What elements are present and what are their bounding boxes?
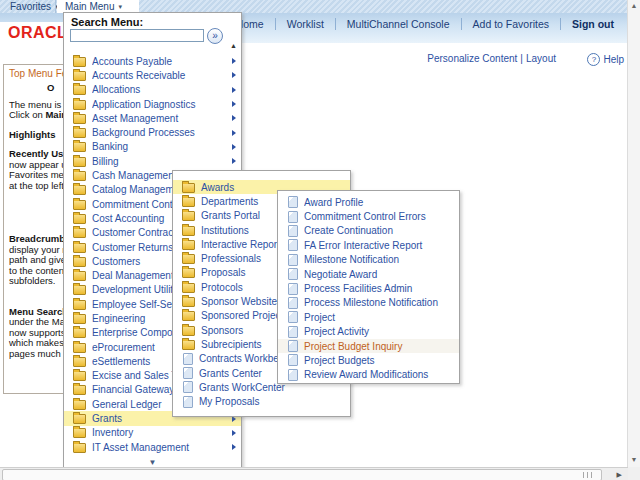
menu-item[interactable]: Review Award Modifications	[278, 368, 459, 382]
menu-item-label: Milestone Notification	[304, 254, 459, 265]
menu-item[interactable]: Inventory	[64, 426, 241, 440]
menu-item[interactable]: Accounts Receivable	[64, 68, 241, 82]
nav-link[interactable]: MultiChannel Console	[335, 18, 450, 30]
folder-icon	[73, 257, 86, 267]
grip-icon	[583, 472, 593, 478]
help-link[interactable]: Help	[603, 54, 624, 65]
nav-link[interactable]: Sign out	[560, 18, 614, 30]
folder-icon	[73, 400, 86, 410]
personalize-content-link[interactable]: Personalize Content	[427, 53, 517, 64]
submenu-arrow-icon	[232, 101, 236, 107]
folder-icon	[73, 385, 86, 395]
page-icon	[288, 268, 298, 280]
folder-icon	[73, 300, 86, 310]
page-icon	[183, 381, 193, 393]
menu-item-label: Process Milestone Notification	[304, 297, 459, 308]
content-text: now supports t	[9, 327, 71, 338]
content-text: at the top left.	[9, 180, 67, 191]
menu-item[interactable]: Application Diagnostics	[64, 97, 241, 111]
menu-item[interactable]: Negotiate Award	[278, 267, 459, 281]
menu-item[interactable]: Project	[278, 310, 459, 324]
submenu-arrow-icon	[232, 144, 236, 150]
content-text: Highlights	[9, 129, 55, 140]
menu-item[interactable]: Project Activity	[278, 325, 459, 339]
menu-item[interactable]: Background Processes	[64, 125, 241, 139]
menu-item[interactable]: Billing	[64, 154, 241, 168]
h-scroll-thumb[interactable]	[2, 469, 602, 480]
menu-item[interactable]: Project Budget Inquiry	[278, 339, 459, 353]
vertical-scrollbar[interactable]: ▲ ▼	[627, 0, 640, 467]
page-icon	[288, 254, 298, 266]
layout-link[interactable]: Layout	[526, 53, 556, 64]
menu-item-label: Application Diagnostics	[92, 99, 241, 110]
help-icon: ?	[587, 53, 600, 66]
menu-item[interactable]: Award Profile	[278, 195, 459, 209]
search-go-button[interactable]: »	[207, 28, 223, 44]
menu-scroll-down-button[interactable]: ▼	[64, 459, 241, 467]
menu-item-label: Project Budget Inquiry	[304, 341, 459, 352]
menu-item[interactable]: Allocations	[64, 83, 241, 97]
menu-item[interactable]: Process Facilities Admin	[278, 281, 459, 295]
menu-item[interactable]: Process Milestone Notification	[278, 296, 459, 310]
folder-icon	[73, 100, 86, 110]
menu-item[interactable]: FA Error Interactive Report	[278, 238, 459, 252]
page-icon	[288, 311, 298, 323]
scrollbar-right-button[interactable]: ▶	[617, 471, 622, 478]
menu-item[interactable]: Create Continuation	[278, 224, 459, 238]
page-icon	[288, 283, 298, 295]
menu-item-label: Project Activity	[304, 326, 459, 337]
menu-item[interactable]: Asset Management	[64, 111, 241, 125]
help-row: ? Help	[587, 53, 624, 66]
menu-scroll-up-button[interactable]: ▲	[230, 42, 237, 49]
folder-icon	[182, 326, 195, 336]
nav-link[interactable]: Add to Favorites	[461, 18, 549, 30]
menu-item[interactable]: My Proposals	[173, 394, 350, 408]
scrollbar-up-button[interactable]: ▲	[628, 2, 640, 9]
menu-item-label: Accounts Payable	[92, 56, 241, 67]
menu-item[interactable]: Accounts Payable	[64, 54, 241, 68]
folder-icon	[73, 185, 86, 195]
folder-icon	[73, 285, 86, 295]
folder-icon	[182, 311, 195, 321]
favorites-tab-label: Favorites	[10, 1, 51, 12]
double-chevron-icon: »	[212, 31, 218, 41]
folder-icon	[182, 197, 195, 207]
folder-icon	[73, 343, 86, 353]
menu-item-label: Review Award Modifications	[304, 369, 459, 380]
horizontal-scrollbar[interactable]: ▶	[0, 467, 628, 480]
folder-icon	[73, 314, 86, 324]
menu-item-label: Negotiate Award	[304, 269, 459, 280]
menu-item-label: Background Processes	[92, 127, 241, 138]
menu-item[interactable]: IT Asset Management	[64, 440, 241, 454]
page-icon	[288, 196, 298, 208]
folder-icon	[182, 268, 195, 278]
page-icon	[183, 367, 193, 379]
menu-item[interactable]: Banking	[64, 140, 241, 154]
folder-icon	[73, 328, 86, 338]
menu-item-label: Award Profile	[304, 197, 459, 208]
menu-item-label: My Proposals	[199, 396, 350, 407]
menu-item[interactable]: Project Budgets	[278, 353, 459, 367]
folder-icon	[73, 157, 86, 167]
menu-item[interactable]: Milestone Notification	[278, 253, 459, 267]
folder-icon	[73, 171, 86, 181]
submenu-arrow-icon	[232, 72, 236, 78]
content-text: subfolders.	[9, 275, 55, 286]
menu-item[interactable]: Commitment Control Errors	[278, 209, 459, 223]
content-text: Breadcrumbs	[9, 233, 70, 244]
search-input[interactable]	[70, 29, 204, 42]
chevron-down-icon: ▾	[118, 3, 122, 10]
page-icon	[288, 225, 298, 237]
personalize-row: Personalize Content|Layout	[427, 53, 556, 64]
menu-item-label: Project Budgets	[304, 355, 459, 366]
top-nav: Home Worklist MultiChannel Console Add t…	[213, 18, 614, 30]
folder-icon	[73, 443, 86, 453]
submenu-arrow-icon	[232, 430, 236, 436]
folder-icon	[182, 297, 195, 307]
nav-link[interactable]: Worklist	[275, 18, 324, 30]
submenu-arrow-icon	[232, 158, 236, 164]
folder-icon	[73, 357, 86, 367]
menu-item-label: IT Asset Management	[92, 442, 241, 453]
page-icon	[288, 326, 298, 338]
scrollbar-down-button[interactable]: ▼	[628, 456, 640, 463]
